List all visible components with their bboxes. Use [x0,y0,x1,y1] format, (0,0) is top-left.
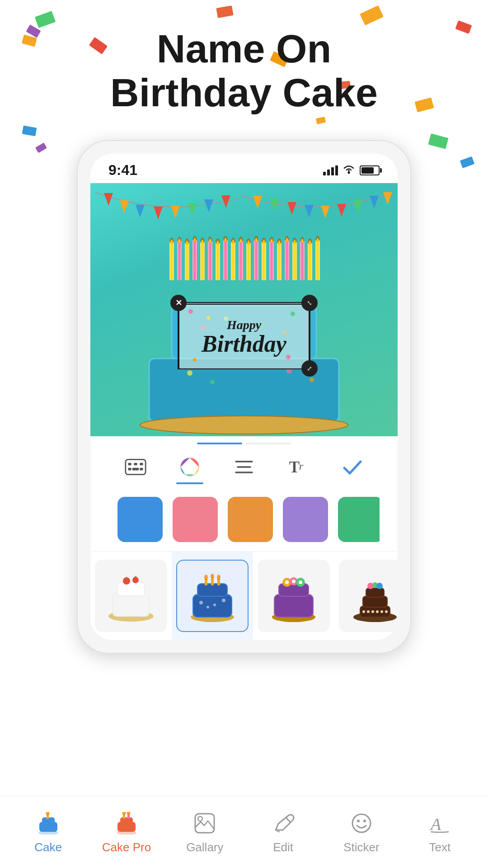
svg-rect-89 [193,594,232,617]
svg-text:r: r [299,460,304,472]
svg-point-127 [46,812,49,816]
nav-label-text: Text [429,840,450,854]
svg-marker-9 [253,196,262,208]
svg-point-41 [192,233,197,242]
sticker-nav-icon [348,810,375,837]
svg-point-141 [363,820,366,822]
svg-rect-27 [239,241,243,280]
svg-rect-21 [192,240,197,280]
handle-close[interactable]: ✕ [170,295,187,311]
toolbar: T r [90,444,398,551]
tab-indicator-inactive [246,443,291,444]
svg-point-94 [204,575,208,580]
svg-point-134 [127,812,130,815]
svg-rect-130 [120,817,133,824]
svg-point-38 [169,235,174,244]
nav-item-text[interactable]: A Text [401,810,479,854]
svg-point-108 [292,580,296,583]
svg-point-107 [285,580,289,584]
nav-label-sticker: Sticker [343,840,379,854]
svg-rect-18 [169,242,174,280]
font-tool-button[interactable]: T r [282,453,314,481]
phone-inner: 9:41 [90,154,398,640]
svg-point-43 [208,234,212,243]
svg-rect-90 [197,584,227,596]
svg-point-98 [206,606,209,609]
svg-point-51 [269,234,274,243]
svg-rect-69 [126,459,145,474]
color-swatch-orange[interactable] [228,497,273,542]
svg-rect-19 [177,241,182,280]
nav-item-sticker[interactable]: Sticker [322,810,400,854]
handle-resize-br[interactable]: ⤢ [301,360,318,377]
svg-point-54 [292,235,297,244]
color-swatch-purple[interactable] [283,497,328,542]
svg-point-77 [186,463,194,471]
svg-rect-36 [308,243,312,280]
color-wheel-tool-button[interactable] [174,453,206,481]
svg-point-60 [140,416,348,434]
nav-item-edit[interactable]: Edit [244,810,322,854]
svg-rect-23 [208,241,212,280]
svg-rect-74 [132,468,139,471]
tab-indicator-row [90,436,398,444]
svg-point-109 [299,580,302,584]
handle-resize-tr[interactable]: ⤡ [301,295,318,311]
svg-point-140 [357,820,360,822]
svg-marker-1 [104,193,113,206]
cake-thumb-img-2 [176,560,249,632]
cake-thumb-2[interactable] [172,552,253,640]
align-icon [233,456,255,478]
svg-rect-73 [128,468,131,471]
signal-icon [323,165,338,175]
svg-point-118 [380,610,383,613]
svg-rect-75 [140,468,143,471]
nav-item-cake-pro[interactable]: Cake Pro [87,810,165,854]
svg-rect-20 [185,243,189,280]
color-swatch-pink[interactable] [173,497,218,542]
svg-marker-16 [370,196,379,208]
svg-point-117 [376,610,379,613]
align-tool-button[interactable] [228,453,260,481]
svg-rect-85 [117,582,145,596]
cake-thumb-1[interactable] [90,552,172,640]
svg-rect-112 [363,596,387,607]
svg-point-136 [198,816,202,821]
keyboard-icon [125,456,146,478]
nav-item-cake[interactable]: Cake [9,810,87,854]
svg-point-114 [362,610,365,613]
svg-point-48 [246,236,251,245]
done-tool-button[interactable] [337,453,368,481]
svg-point-116 [371,610,374,613]
svg-point-55 [300,234,305,243]
svg-rect-71 [134,463,137,466]
cake-thumb-4[interactable] [334,552,398,640]
svg-point-39 [177,234,182,243]
keyboard-tool-button[interactable] [120,453,151,481]
bottom-navigation: Cake Cake Pro Gallary [0,796,488,868]
status-icons [323,164,380,177]
svg-point-65 [187,370,192,376]
svg-rect-35 [300,241,305,280]
svg-rect-30 [262,242,266,280]
phone-mockup: 9:41 [77,140,411,654]
cake-thumb-3[interactable] [253,552,334,640]
svg-rect-26 [231,242,235,280]
svg-point-87 [132,577,139,583]
cake-thumb-img-1 [95,560,167,632]
hero-title-line1: Name On [0,27,488,71]
text-nav-icon: A [426,810,453,837]
color-wheel-icon [179,456,201,478]
svg-point-42 [200,235,205,244]
color-swatch-green[interactable] [338,497,380,542]
svg-marker-10 [270,198,279,211]
status-time: 9:41 [108,162,137,179]
cake-thumb-img-3 [258,560,330,632]
svg-rect-33 [285,240,289,280]
nav-label-cake-pro: Cake Pro [102,840,151,854]
color-swatch-blue[interactable] [117,497,163,542]
svg-point-56 [308,236,312,245]
svg-point-57 [315,233,320,242]
svg-text:A: A [429,815,441,834]
nav-item-gallery[interactable]: Gallary [166,810,244,854]
